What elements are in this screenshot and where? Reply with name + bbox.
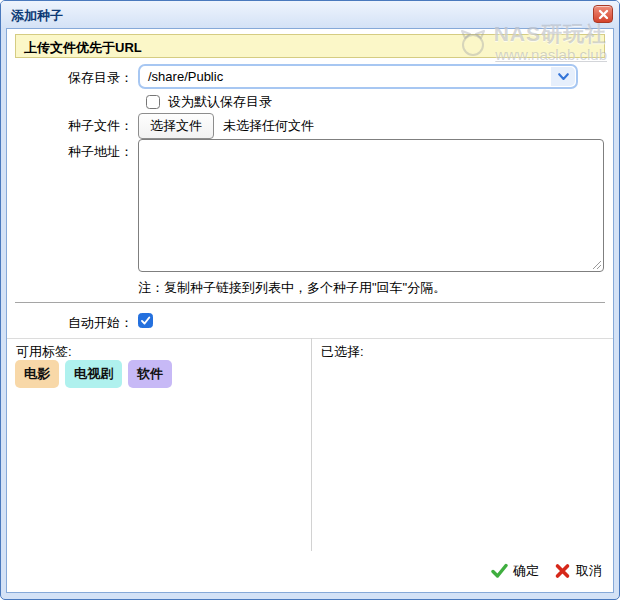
close-icon [598, 9, 609, 20]
priority-banner: 上传文件优先于URL [15, 34, 605, 58]
ok-button[interactable]: 确定 [491, 562, 539, 580]
default-dir-row: 设为默认保存目录 [146, 93, 272, 111]
chevron-down-icon [551, 67, 575, 86]
available-tags-label: 可用标签: [16, 343, 72, 361]
torrent-file-label: 种子文件： [7, 117, 133, 135]
torrent-file-row: 选择文件 未选择任何文件 [138, 113, 314, 139]
save-dir-value: /share/Public [148, 69, 223, 84]
cancel-button[interactable]: 取消 [554, 562, 602, 580]
default-dir-checkbox[interactable] [146, 95, 160, 109]
dialog-titlebar[interactable]: 添加种子 [1, 1, 619, 28]
default-dir-label: 设为默认保存目录 [168, 93, 272, 111]
file-status-text: 未选择任何文件 [223, 117, 314, 135]
check-icon [491, 563, 508, 579]
torrent-url-textarea[interactable] [138, 139, 604, 272]
divider [15, 302, 605, 303]
save-dir-select[interactable]: /share/Public [138, 64, 578, 89]
save-dir-label: 保存目录： [7, 69, 133, 87]
tag-电影[interactable]: 电影 [15, 360, 59, 388]
footer-buttons: 确定 取消 [491, 562, 602, 580]
close-button[interactable] [593, 5, 613, 23]
cancel-button-label: 取消 [576, 562, 602, 580]
cancel-x-icon [554, 563, 571, 579]
available-tags-list: 电影电视剧软件 [15, 360, 172, 388]
torrent-url-label: 种子地址： [7, 143, 133, 161]
dialog-content: 上传文件优先于URL NAS研玩社 www.naslab.club 保存目录： … [6, 28, 614, 593]
dialog-title: 添加种子 [11, 8, 63, 23]
choose-file-button[interactable]: 选择文件 [138, 113, 214, 139]
tag-软件[interactable]: 软件 [128, 360, 172, 388]
auto-start-checkbox[interactable] [138, 313, 153, 328]
ok-button-label: 确定 [513, 562, 539, 580]
tag-电视剧[interactable]: 电视剧 [65, 360, 122, 388]
selected-tags-label: 已选择: [321, 343, 364, 361]
note-text: 注：复制种子链接到列表中，多个种子用"回车"分隔。 [138, 279, 446, 297]
panels-top-border [7, 338, 613, 339]
panels-vertical-divider [311, 338, 312, 551]
auto-start-label: 自动开始： [7, 314, 133, 332]
add-torrent-dialog: 添加种子 上传文件优先于URL NAS研玩社 www.naslab.club 保… [0, 0, 620, 600]
banner-text: 上传文件优先于URL [24, 40, 142, 55]
resize-grip[interactable] [591, 259, 601, 269]
check-icon [140, 315, 151, 326]
